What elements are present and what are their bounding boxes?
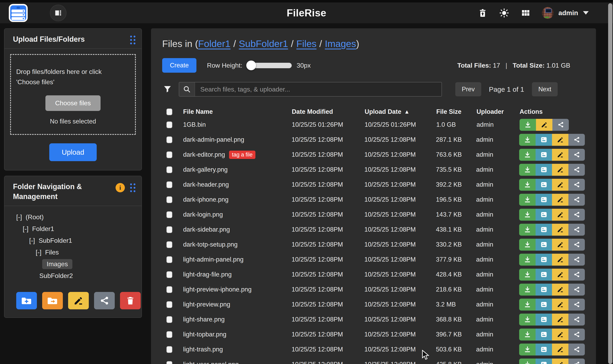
edit-button[interactable] xyxy=(552,284,568,296)
file-name[interactable]: light-preview.png xyxy=(183,301,230,308)
tree-folder-label[interactable]: Images xyxy=(42,259,72,269)
file-row[interactable]: dark-editor.png tag a file 10/25/25 12:0… xyxy=(162,147,585,162)
file-dropzone[interactable]: Drop files/folders here or click 'Choose… xyxy=(10,54,136,135)
edit-button[interactable] xyxy=(552,359,568,364)
preview-image-button[interactable] xyxy=(536,284,552,296)
grid-view-button[interactable] xyxy=(520,8,531,18)
tree-toggle[interactable]: [-] xyxy=(29,237,35,244)
folder-tree-item[interactable]: [-] Folder1 xyxy=(16,223,135,235)
share-button[interactable] xyxy=(568,254,585,266)
tree-folder-label[interactable]: Files xyxy=(45,248,59,257)
tree-folder-label[interactable]: Folder1 xyxy=(32,224,55,234)
file-row[interactable]: dark-admin-panel.png 10/25/25 12:08PM 10… xyxy=(162,132,585,147)
breadcrumb-link-images[interactable]: Images xyxy=(325,38,356,49)
row-checkbox[interactable] xyxy=(167,316,172,323)
filerise-logo-icon[interactable] xyxy=(9,4,28,22)
row-checkbox[interactable] xyxy=(167,241,172,248)
sidebar-toggle-button[interactable] xyxy=(50,5,67,21)
preview-image-button[interactable] xyxy=(536,149,552,161)
edit-button[interactable] xyxy=(552,329,568,340)
preview-image-button[interactable] xyxy=(536,209,552,221)
file-row[interactable]: light-preview-iphone.png 10/25/25 12:08P… xyxy=(162,282,585,297)
filter-button[interactable] xyxy=(162,84,173,94)
file-row[interactable]: dark-header.png 10/25/25 12:08PM 10/25/2… xyxy=(162,177,585,192)
preview-image-button[interactable] xyxy=(536,269,552,281)
choose-files-button[interactable]: Choose files xyxy=(45,95,100,111)
search-icon-cap[interactable] xyxy=(179,82,195,96)
edit-button[interactable] xyxy=(552,344,568,355)
share-folder-button[interactable] xyxy=(94,292,115,309)
info-icon[interactable]: i xyxy=(115,183,125,192)
edit-button[interactable] xyxy=(552,299,568,311)
download-button[interactable] xyxy=(519,313,536,325)
file-name[interactable]: light-trash.png xyxy=(183,346,223,353)
file-row[interactable]: dark-sidebar.png 10/25/25 12:08PM 10/25/… xyxy=(162,222,585,237)
file-name[interactable]: dark-totp-setup.png xyxy=(183,241,237,248)
download-button[interactable] xyxy=(519,119,536,131)
download-button[interactable] xyxy=(519,194,536,206)
file-name[interactable]: light-topbar.png xyxy=(183,331,226,338)
share-button[interactable] xyxy=(568,134,585,146)
next-page-button[interactable]: Next xyxy=(532,82,558,96)
edit-button[interactable] xyxy=(552,179,568,191)
file-name[interactable]: dark-editor.png xyxy=(183,151,225,158)
preview-image-button[interactable] xyxy=(536,254,552,266)
file-name[interactable]: dark-admin-panel.png xyxy=(183,136,244,143)
user-menu[interactable]: admin xyxy=(542,7,589,19)
prev-page-button[interactable]: Prev xyxy=(455,82,481,96)
column-header-upload-date[interactable]: Upload Date ▲ xyxy=(365,108,436,115)
folder-tree-item[interactable]: SubFolder2 xyxy=(16,270,135,282)
file-name[interactable]: light-user-panel.png xyxy=(183,361,238,364)
share-button[interactable] xyxy=(568,239,585,251)
share-button[interactable] xyxy=(568,269,585,281)
share-button[interactable] xyxy=(568,284,585,296)
folder-tree-item[interactable]: [-] SubFolder1 xyxy=(16,235,135,247)
download-button[interactable] xyxy=(519,284,536,296)
download-button[interactable] xyxy=(519,224,536,236)
share-button[interactable] xyxy=(552,119,569,131)
share-button[interactable] xyxy=(568,164,585,176)
file-row[interactable]: light-preview.png 10/25/25 12:08PM 10/25… xyxy=(162,297,585,312)
download-button[interactable] xyxy=(519,344,536,355)
row-checkbox[interactable] xyxy=(167,196,172,203)
column-header-date-modified[interactable]: Date Modified xyxy=(292,108,364,115)
rename-folder-button[interactable] xyxy=(68,292,89,309)
file-name[interactable]: light-share.png xyxy=(183,316,225,323)
preview-image-button[interactable] xyxy=(536,299,552,311)
row-checkbox[interactable] xyxy=(167,166,172,173)
tree-folder-label[interactable]: SubFolder1 xyxy=(38,236,72,245)
row-checkbox[interactable] xyxy=(167,226,172,233)
edit-button[interactable] xyxy=(552,239,568,251)
preview-image-button[interactable] xyxy=(536,194,552,206)
download-button[interactable] xyxy=(519,254,536,266)
download-button[interactable] xyxy=(519,269,536,281)
column-header-file-size[interactable]: File Size xyxy=(436,108,477,115)
folder-tree-item[interactable]: Images xyxy=(16,258,135,270)
row-checkbox[interactable] xyxy=(167,271,172,278)
file-name[interactable]: dark-login.png xyxy=(183,211,223,218)
slider-thumb[interactable] xyxy=(246,61,256,70)
row-checkbox[interactable] xyxy=(167,121,172,128)
edit-button[interactable] xyxy=(552,269,568,281)
row-checkbox[interactable] xyxy=(167,286,172,293)
row-checkbox[interactable] xyxy=(167,151,172,158)
file-row[interactable]: light-share.png 10/25/25 12:08PM 10/25/2… xyxy=(162,312,585,327)
file-tag-badge[interactable]: tag a file xyxy=(229,151,255,159)
download-button[interactable] xyxy=(519,164,536,176)
download-button[interactable] xyxy=(519,239,536,251)
share-button[interactable] xyxy=(568,149,585,161)
tree-toggle[interactable]: [-] xyxy=(36,249,41,256)
file-name[interactable]: 1GB.bin xyxy=(183,121,206,128)
edit-button[interactable] xyxy=(552,134,568,146)
edit-button[interactable] xyxy=(552,209,568,221)
preview-image-button[interactable] xyxy=(536,329,552,340)
share-button[interactable] xyxy=(568,344,585,355)
row-checkbox[interactable] xyxy=(167,361,172,364)
folder-tree-item[interactable]: [-] (Root) xyxy=(16,211,135,223)
preview-image-button[interactable] xyxy=(536,313,552,325)
download-button[interactable] xyxy=(519,359,536,364)
download-button[interactable] xyxy=(519,209,536,221)
share-button[interactable] xyxy=(568,179,585,191)
preview-image-button[interactable] xyxy=(536,344,552,355)
file-name[interactable]: dark-header.png xyxy=(183,181,229,188)
